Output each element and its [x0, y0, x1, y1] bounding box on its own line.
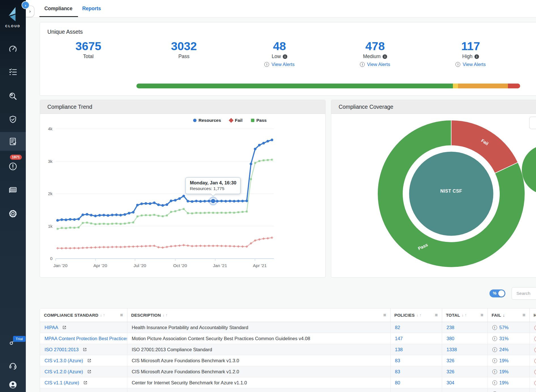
total-count-link[interactable]: 1338: [447, 347, 457, 352]
policies-count-link[interactable]: 147: [395, 336, 403, 341]
standard-link[interactable]: CIS v1.1 (Azure): [45, 380, 79, 385]
info-icon[interactable]: i: [383, 54, 387, 59]
total-count-link[interactable]: 326: [447, 358, 455, 363]
sort-down-icon[interactable]: ↓: [100, 313, 102, 317]
column-menu-icon[interactable]: ≡: [120, 312, 123, 318]
policies-count-link[interactable]: 453: [395, 391, 403, 392]
tab-compliance[interactable]: Compliance: [43, 0, 74, 17]
sidebar-item-governance[interactable]: [0, 114, 26, 125]
total-count-link[interactable]: 326: [447, 369, 455, 374]
view-alerts-link[interactable]: View Alerts: [367, 62, 390, 67]
standard-description: NIST 800-53 Rev4 Compliance Standard: [127, 388, 390, 392]
standard-description: Motion Picture Association Content Secur…: [127, 333, 390, 344]
column-header[interactable]: TOTAL↓↑≡: [442, 308, 488, 322]
total-count-link[interactable]: 304: [447, 380, 455, 385]
sidebar-item-settings[interactable]: [0, 208, 26, 219]
sidebar-item-investigate[interactable]: [0, 90, 26, 102]
policies-count-link[interactable]: 83: [395, 358, 400, 363]
legend-square-marker: [251, 119, 254, 122]
fail-alert-icon: !: [492, 380, 497, 385]
external-link-icon: [62, 325, 66, 329]
standard-link[interactable]: NIST 800-53 Rev4: [45, 391, 83, 392]
percent-toggle[interactable]: %: [489, 289, 505, 297]
policies-count-link[interactable]: 82: [395, 325, 400, 330]
stat-label: Medium: [363, 54, 381, 59]
standard-link[interactable]: CIS v1.3.0 (Azure): [45, 358, 83, 363]
cut-off-button[interactable]: [529, 117, 536, 129]
table-row: CIS v1.2.0 (Azure) CIS Microsoft Azure F…: [40, 366, 536, 377]
column-menu-icon[interactable]: ≡: [383, 312, 386, 318]
compliance-coverage-panel: Compliance Coverage NIST CSFFailPass: [331, 100, 536, 278]
stat-value: 3675: [41, 40, 136, 53]
alert-circle-icon: [8, 162, 18, 171]
checklist-icon: [8, 67, 18, 77]
high-alert-icon: !: [534, 359, 536, 363]
info-icon[interactable]: i: [474, 54, 479, 59]
expand-circle-icon[interactable]: ›: [22, 1, 29, 9]
column-header[interactable]: COMPLIANCE STANDARD↓↑≡: [40, 308, 127, 322]
view-alerts-link[interactable]: View Alerts: [271, 62, 294, 67]
svg-text:4k: 4k: [48, 126, 52, 131]
column-menu-icon[interactable]: ≡: [435, 312, 438, 318]
policies-count-link[interactable]: 83: [395, 369, 400, 374]
standard-link[interactable]: HIPAA: [45, 325, 58, 330]
standard-link[interactable]: MPAA Content Protection Best Practices: [45, 336, 127, 341]
info-icon[interactable]: i: [283, 54, 287, 59]
total-count-link[interactable]: 3309: [447, 391, 457, 392]
standard-link[interactable]: CIS v1.2.0 (Azure): [45, 369, 83, 374]
sidebar-item-compute[interactable]: [0, 184, 26, 195]
sidebar-item-compliance[interactable]: [0, 132, 26, 151]
total-count-link[interactable]: 238: [447, 325, 455, 330]
legend-item-pass[interactable]: Pass: [251, 118, 267, 123]
tab-reports[interactable]: Reports: [82, 0, 102, 17]
column-header[interactable]: HIGH: [529, 308, 536, 322]
standard-description: ISO 27001:2013 Compliance Standard: [127, 344, 390, 355]
external-link-icon: [87, 359, 91, 363]
sort-up-icon[interactable]: ↑: [103, 313, 105, 317]
sort-up-icon[interactable]: ↑: [166, 313, 168, 317]
column-menu-icon[interactable]: ≡: [481, 312, 484, 318]
legend-item-fail[interactable]: Fail: [229, 118, 242, 123]
policies-count-link[interactable]: 80: [395, 380, 400, 385]
search-input[interactable]: [516, 291, 536, 296]
standard-link[interactable]: ISO 27001:2013: [45, 347, 79, 352]
legend-item-resources[interactable]: Resources: [193, 118, 221, 123]
table-header-row: COMPLIANCE STANDARD↓↑≡DESCRIPTION↓↑≡POLI…: [40, 308, 536, 322]
stat-low: 48 Lowi !View Alerts: [232, 40, 327, 67]
shield-check-icon: [8, 115, 18, 124]
search-box: [512, 287, 536, 300]
sidebar-item-profile[interactable]: [0, 379, 26, 390]
sort-desc-icon[interactable]: ↓: [503, 313, 505, 318]
progress-segment-medium: [458, 84, 508, 88]
view-alerts-link[interactable]: View Alerts: [463, 62, 486, 67]
trend-panel-body: Resources Fail Pass 01k2k3k4kJan '20Apr …: [40, 114, 325, 277]
sidebar-item-alerts[interactable]: [0, 161, 26, 172]
total-count-link[interactable]: 380: [447, 336, 455, 341]
sidebar-item-support[interactable]: [0, 360, 26, 371]
column-menu-icon[interactable]: ≡: [523, 312, 526, 318]
table-row: ISO 27001:2013 ISO 27001:2013 Compliance…: [40, 344, 536, 355]
alert-circle-icon: !: [264, 62, 269, 67]
tooltip-value: Resources: 1,775: [190, 186, 237, 191]
table-row: MPAA Content Protection Best Practices M…: [40, 333, 536, 344]
sort-up-icon[interactable]: ↑: [465, 313, 467, 317]
stat-value: 48: [232, 40, 327, 53]
unique-assets-card: Unique Assets 3675 Total 3032 Pass 48 Lo…: [40, 22, 536, 96]
fail-percent: 31%: [499, 336, 509, 341]
column-header[interactable]: POLICIES↓↑≡: [390, 308, 442, 322]
sidebar-item-policies[interactable]: [0, 66, 26, 78]
sidebar-item-dashboard[interactable]: [0, 43, 26, 54]
assets-stats-row: 3675 Total 3032 Pass 48 Lowi !View Alert…: [41, 40, 518, 67]
tooltip-title: Monday, Jan 4, 16:30: [190, 180, 237, 186]
policies-count-link[interactable]: 138: [395, 347, 403, 352]
column-header[interactable]: DESCRIPTION↓↑≡: [127, 308, 390, 322]
sort-down-icon[interactable]: ↓: [163, 313, 164, 317]
fail-alert-icon: !: [492, 347, 497, 352]
sort-down-icon[interactable]: ↓: [416, 313, 418, 317]
gauge-icon: [8, 44, 18, 54]
sort-up-icon[interactable]: ↑: [419, 313, 421, 317]
column-header[interactable]: FAIL↓≡: [488, 308, 529, 322]
stat-value: 117: [423, 40, 518, 53]
logo-text: CLOUD: [0, 24, 26, 28]
sort-down-icon[interactable]: ↓: [462, 313, 464, 317]
